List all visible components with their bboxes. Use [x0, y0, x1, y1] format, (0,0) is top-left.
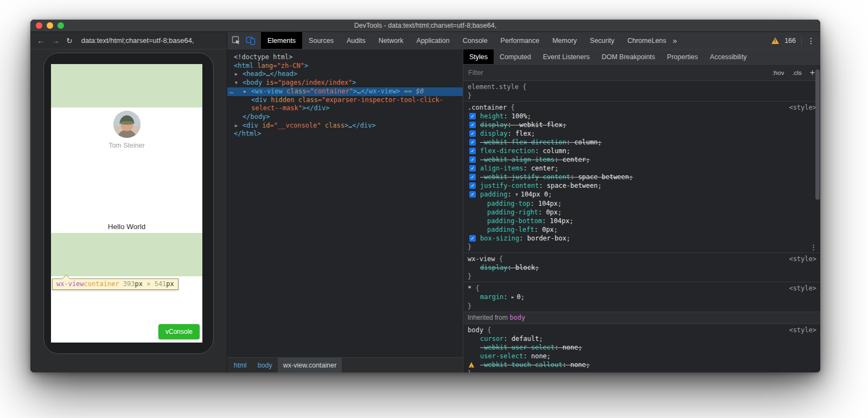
- back-icon[interactable]: ←: [37, 36, 45, 45]
- checkbox[interactable]: ✓: [469, 113, 476, 119]
- css-declaration[interactable]: padding-top: 104px;: [463, 199, 820, 208]
- device-screen: Tom Steiner Hello World wx-viewcontainer…: [51, 64, 202, 343]
- css-declaration[interactable]: margin: ▶ 0;: [463, 293, 820, 302]
- warning-icon: [469, 362, 474, 368]
- checkbox[interactable]: ✓: [469, 191, 476, 198]
- checkbox[interactable]: ✓: [469, 174, 476, 180]
- scrollbar-thumb[interactable]: [815, 69, 820, 200]
- style-source-link[interactable]: <style>: [789, 326, 816, 334]
- dom-tree-node[interactable]: <!doctype html>: [227, 53, 463, 62]
- dom-tree-node[interactable]: <div hidden class="exparser-inspector-to…: [227, 96, 463, 105]
- subtab-dom-breakpoints[interactable]: DOM Breakpoints: [596, 49, 661, 64]
- tab-performance[interactable]: Performance: [494, 32, 546, 49]
- new-style-rule-button[interactable]: +: [810, 68, 815, 78]
- css-declaration[interactable]: display: block;: [463, 263, 820, 272]
- filter-input[interactable]: Filter: [468, 69, 483, 77]
- css-declaration[interactable]: -webkit-touch-callout: none;: [463, 360, 820, 369]
- checkbox[interactable]: ✓: [469, 156, 476, 163]
- expand-right-icon[interactable]: ▶: [512, 295, 517, 300]
- css-declaration[interactable]: ✓align-items: center;: [463, 164, 820, 173]
- css-declaration[interactable]: ✓-webkit-justify-content: space-between;: [463, 173, 820, 181]
- tab-chromelens[interactable]: ChromeLens: [621, 32, 673, 49]
- css-declaration[interactable]: ✓flex-direction: column;: [463, 147, 820, 155]
- dom-tree-node[interactable]: ▶<head>…</head>: [227, 70, 463, 79]
- breadcrumb-item-html[interactable]: html: [228, 358, 252, 372]
- breadcrumb-item-wx-view.container[interactable]: wx-view.container: [278, 358, 342, 372]
- overflow-menu-icon[interactable]: ⋮: [807, 36, 815, 45]
- inherited-body-link[interactable]: body: [509, 314, 525, 321]
- rule-menu-dots-icon[interactable]: ⋮: [810, 243, 817, 252]
- subtab-event-listeners[interactable]: Event Listeners: [537, 49, 596, 64]
- css-declaration[interactable]: ✓height: 100%;: [463, 112, 820, 121]
- tab-console[interactable]: Console: [456, 32, 494, 49]
- style-source-link[interactable]: <style>: [789, 255, 816, 263]
- css-declaration[interactable]: padding-left: 0px;: [463, 225, 820, 234]
- subtab-computed[interactable]: Computed: [494, 49, 537, 64]
- device-toolbar-icon[interactable]: [246, 36, 256, 45]
- forward-icon[interactable]: →: [52, 36, 60, 45]
- class-toggle[interactable]: .cls: [792, 69, 801, 76]
- css-declaration[interactable]: -webkit-user-select: none;: [463, 343, 820, 352]
- expand-down-icon[interactable]: ▼: [515, 192, 521, 197]
- checkbox[interactable]: ✓: [469, 130, 476, 137]
- expand-arrow-icon[interactable]: ▶: [235, 70, 242, 79]
- toolbar-separator: [801, 36, 802, 45]
- vconsole-button[interactable]: vConsole: [158, 324, 200, 339]
- tooltip-tag-name: wx-view: [56, 280, 84, 288]
- dom-tree-node[interactable]: ▶<div id="__vconsole" class>…</div>: [227, 122, 463, 130]
- style-source-link[interactable]: <style>: [789, 103, 816, 112]
- css-selector[interactable]: .container: [468, 104, 507, 111]
- style-source-link[interactable]: <style>: [789, 284, 816, 293]
- checkbox[interactable]: ✓: [469, 122, 476, 128]
- tab-elements[interactable]: Elements: [261, 32, 302, 49]
- css-selector[interactable]: element.style: [468, 83, 519, 91]
- css-declaration[interactable]: padding-bottom: 104px;: [463, 217, 820, 225]
- css-declaration[interactable]: padding-right: 0px;: [463, 208, 820, 217]
- css-declaration[interactable]: user-select: none;: [463, 352, 820, 360]
- code-token: :: [554, 344, 562, 351]
- inspect-element-icon[interactable]: [232, 36, 241, 45]
- warning-icon[interactable]: [771, 37, 779, 44]
- subtab-properties[interactable]: Properties: [661, 49, 704, 64]
- subtab-accessibility[interactable]: Accessibility: [704, 49, 753, 64]
- dom-tree-node[interactable]: ▼<body is="pages/index/index">: [227, 79, 463, 87]
- checkbox[interactable]: ✓: [469, 165, 476, 172]
- tab-audits[interactable]: Audits: [340, 32, 372, 49]
- checkbox[interactable]: ✓: [469, 182, 476, 189]
- css-declaration[interactable]: ✓box-sizing: border-box;: [463, 234, 820, 243]
- tab-memory[interactable]: Memory: [546, 32, 583, 49]
- dom-tree-node[interactable]: …▶<wx-view class="container">…</wx-view>…: [227, 87, 463, 96]
- reload-icon[interactable]: ↻: [66, 37, 73, 45]
- css-declaration[interactable]: ✓justify-content: space-between;: [463, 181, 820, 190]
- css-declaration[interactable]: ✓padding: ▼ 104px 0;: [463, 190, 820, 199]
- dom-tree-node[interactable]: </body>: [227, 113, 463, 122]
- css-selector[interactable]: body: [468, 326, 483, 334]
- pseudo-state-toggle[interactable]: :hov: [773, 69, 784, 76]
- code-token: }: [463, 243, 820, 251]
- css-declaration[interactable]: ✓-webkit-flex-direction: column;: [463, 138, 820, 147]
- tab-sources[interactable]: Sources: [302, 32, 340, 49]
- css-declaration[interactable]: ✓-webkit-align-items: center;: [463, 155, 820, 164]
- warning-count[interactable]: 166: [784, 37, 796, 45]
- expand-arrow-icon[interactable]: ▶: [244, 87, 251, 96]
- tab-network[interactable]: Network: [372, 32, 410, 49]
- tab-application[interactable]: Application: [410, 32, 456, 49]
- breadcrumb-item-body[interactable]: body: [252, 358, 278, 372]
- css-declaration[interactable]: cursor: default;: [463, 334, 820, 343]
- css-selector[interactable]: wx-view: [468, 255, 495, 263]
- dom-tree-node[interactable]: select--mask"></div>: [227, 104, 463, 113]
- tab-overflow-chevron[interactable]: »: [673, 36, 677, 45]
- subtab-styles[interactable]: Styles: [463, 49, 494, 64]
- dom-tree-node[interactable]: </html>: [227, 130, 463, 138]
- expand-arrow-icon[interactable]: ▼: [235, 79, 242, 87]
- dom-tree-node[interactable]: <html lang="zh-CN">: [227, 62, 463, 71]
- checkbox[interactable]: ✓: [469, 235, 476, 242]
- css-declaration[interactable]: ✓display: -webkit-flex;: [463, 121, 820, 129]
- expand-arrow-icon[interactable]: ▶: [235, 122, 242, 130]
- checkbox[interactable]: ✓: [469, 148, 476, 154]
- css-declaration[interactable]: ✓display: flex;: [463, 129, 820, 138]
- checkbox[interactable]: ✓: [469, 139, 476, 145]
- url-text[interactable]: data:text/html;charset=utf-8;base64,: [81, 36, 194, 45]
- declaration-text: padding-top: 104px;: [487, 200, 561, 207]
- tab-security[interactable]: Security: [583, 32, 621, 49]
